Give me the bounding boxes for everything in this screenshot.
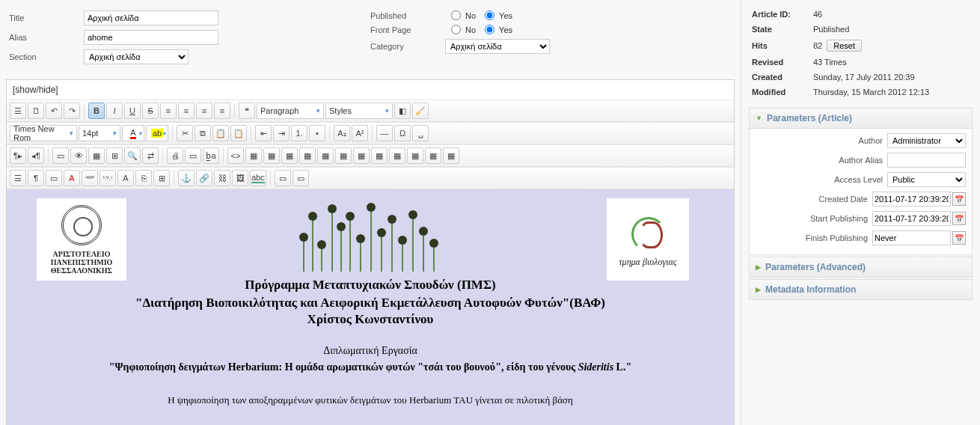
split-icon[interactable]: ▦: [389, 147, 405, 164]
preview-icon[interactable]: 👁: [70, 147, 87, 164]
bold-icon[interactable]: B: [88, 103, 105, 119]
numlist-icon[interactable]: 1.: [291, 125, 307, 141]
start-publishing-input[interactable]: [872, 211, 951, 226]
redo-icon[interactable]: ↷: [64, 103, 80, 119]
print-icon[interactable]: 🖨: [167, 147, 183, 164]
italic-icon[interactable]: I: [106, 103, 123, 119]
hr-icon[interactable]: —: [376, 125, 393, 141]
published-no-radio[interactable]: [451, 10, 461, 20]
nbsp-icon[interactable]: ␣: [412, 125, 429, 141]
frontpage-no-radio[interactable]: [451, 25, 461, 34]
ins-icon[interactable]: ⎘: [135, 170, 152, 186]
col-after-icon[interactable]: ▦: [335, 147, 352, 164]
spellcheck-icon[interactable]: abc: [250, 170, 266, 186]
pagebreak-icon[interactable]: b̲a: [203, 147, 219, 164]
font-select[interactable]: Times New Rom: [10, 125, 77, 141]
paste-text-icon[interactable]: 📋: [230, 125, 247, 141]
calendar-icon[interactable]: 📅: [952, 231, 966, 245]
merge-icon[interactable]: ▦: [371, 147, 388, 164]
copy-icon[interactable]: ⧉: [195, 125, 211, 141]
calendar-icon[interactable]: 📅: [952, 192, 966, 206]
paragraph-select[interactable]: Paragraph: [257, 103, 324, 119]
table-icon[interactable]: ▦: [245, 147, 262, 164]
access-level-select[interactable]: Public: [887, 172, 966, 187]
backcolor-icon[interactable]: ab: [146, 125, 168, 141]
row-after-icon[interactable]: ▦: [281, 147, 298, 164]
frontpage-yes-radio[interactable]: [485, 25, 494, 34]
category-select[interactable]: Αρχική σελίδα: [445, 39, 550, 54]
align-center-icon[interactable]: ≡: [178, 103, 195, 119]
alias-input[interactable]: [84, 30, 218, 45]
indent-icon[interactable]: ⇥: [273, 125, 290, 141]
bullist-icon[interactable]: •: [309, 125, 325, 141]
size-select[interactable]: 14pt: [79, 125, 120, 141]
sup-icon[interactable]: A²: [352, 125, 368, 141]
paste-icon[interactable]: 📋: [212, 125, 229, 141]
showhide-toggle[interactable]: [show/hide]: [7, 80, 734, 100]
media-icon[interactable]: ▭: [293, 170, 309, 186]
row-before-icon[interactable]: ▦: [263, 147, 280, 164]
fullscreen-icon[interactable]: ▭: [52, 147, 69, 164]
row-props-icon[interactable]: ▦: [425, 147, 441, 164]
align-left-icon[interactable]: ≡: [160, 103, 177, 119]
toggle-editor-icon[interactable]: ☰: [10, 103, 26, 119]
layer-icon[interactable]: ▦: [88, 147, 105, 164]
cleanup-icon[interactable]: 🧹: [412, 103, 429, 119]
strike-icon[interactable]: S: [142, 103, 159, 119]
cut-icon[interactable]: ✂: [177, 125, 193, 141]
eraser-icon[interactable]: ◧: [394, 103, 411, 119]
author-select[interactable]: Administrator: [887, 133, 966, 148]
col-delete-icon[interactable]: ▦: [353, 147, 370, 164]
title-input[interactable]: [84, 10, 218, 25]
reset-button[interactable]: Reset: [827, 40, 862, 52]
source-icon[interactable]: ☰: [10, 170, 26, 186]
chevron-down-icon: ▼: [756, 114, 762, 122]
search-icon[interactable]: 🔍: [124, 147, 141, 164]
visualchars-icon[interactable]: ¶: [28, 170, 44, 186]
blockquote-icon[interactable]: ❝: [239, 103, 255, 119]
ltr-icon[interactable]: ¶▸: [10, 147, 26, 164]
acronym-icon[interactable]: ᴬ.ᴮ.ᶜ: [99, 170, 116, 186]
separator-icon[interactable]: ▭: [275, 170, 291, 186]
editor-content[interactable]: ΑΡΙΣΤΟΤΕΛΕΙΟ ΠΑΝΕΠΙΣΤΗΜΙΟ ΘΕΣΣΑΛΟΝΙΚΗΣ τ…: [7, 189, 734, 425]
charmap-icon[interactable]: Ω: [394, 125, 411, 141]
code-icon[interactable]: <>: [227, 147, 244, 164]
parameters-advanced-header[interactable]: ▶Parameters (Advanced): [749, 257, 973, 278]
row-delete-icon[interactable]: ▦: [299, 147, 316, 164]
section-select[interactable]: Αρχική σελίδα: [84, 49, 189, 64]
visualaid-icon[interactable]: ⊞: [106, 147, 123, 164]
undo-icon[interactable]: ↶: [46, 103, 62, 119]
forecolor-icon[interactable]: A: [122, 125, 144, 141]
replace-icon[interactable]: ⇄: [142, 147, 159, 164]
calendar-icon[interactable]: 📅: [952, 212, 966, 225]
del-icon[interactable]: A: [117, 170, 134, 186]
created-date-input[interactable]: [872, 192, 951, 207]
image-icon[interactable]: 🖼: [232, 170, 248, 186]
table-props-icon[interactable]: ▦: [407, 147, 423, 164]
readmore-icon[interactable]: ▭: [185, 147, 201, 164]
rtl-icon[interactable]: ◂¶: [28, 147, 44, 164]
author-alias-label: Author Alias: [839, 156, 883, 165]
metadata-information-header[interactable]: ▶Metadata Information: [749, 279, 973, 300]
newdoc-icon[interactable]: 🗋: [28, 103, 44, 119]
underline-icon[interactable]: U: [124, 103, 141, 119]
anchor-icon[interactable]: ⚓: [178, 170, 195, 186]
section-label: Section: [9, 52, 84, 61]
unlink-icon[interactable]: ⛓: [214, 170, 230, 186]
align-justify-icon[interactable]: ≡: [214, 103, 230, 119]
outdent-icon[interactable]: ⇤: [255, 125, 272, 141]
abbr-icon[interactable]: ᴬᴮᴮᴿ: [82, 170, 98, 186]
published-yes-radio[interactable]: [485, 10, 494, 20]
col-before-icon[interactable]: ▦: [317, 147, 334, 164]
styles-select[interactable]: Styles: [325, 103, 393, 119]
sub-icon[interactable]: A₂: [334, 125, 350, 141]
parameters-article-header[interactable]: ▼Parameters (Article): [750, 108, 972, 129]
cell-props-icon[interactable]: ▦: [443, 147, 459, 164]
template-icon[interactable]: ▭: [46, 170, 62, 186]
align-right-icon[interactable]: ≡: [196, 103, 212, 119]
author-alias-input[interactable]: [887, 153, 966, 168]
finish-publishing-input[interactable]: [872, 230, 951, 245]
attribs-icon[interactable]: ⊞: [153, 170, 170, 186]
link-icon[interactable]: 🔗: [196, 170, 212, 186]
style-icon[interactable]: A: [64, 170, 80, 186]
